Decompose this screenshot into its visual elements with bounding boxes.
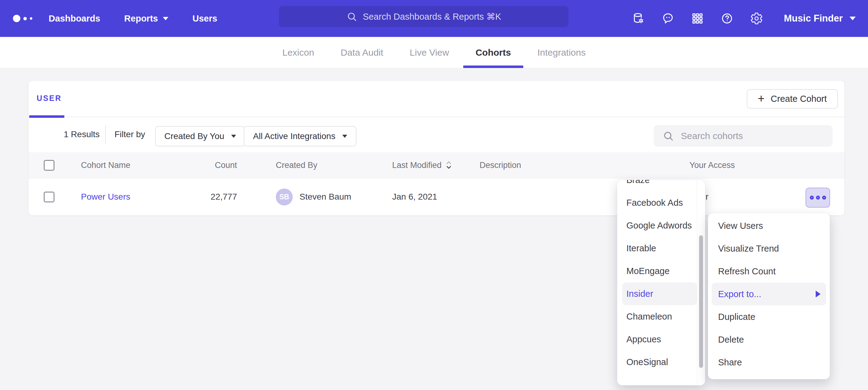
row-checkbox[interactable] xyxy=(44,192,55,202)
project-switcher[interactable]: Music Finder xyxy=(784,13,856,24)
plus-icon: + xyxy=(758,93,765,104)
menu-item-visualize-trend[interactable]: Visualize Trend xyxy=(708,237,830,260)
nav-item-label: Reports xyxy=(124,13,158,24)
dropdown-value: Created By You xyxy=(164,131,224,141)
last-modified-cell: Jan 6, 2021 xyxy=(392,178,485,215)
cohort-search-box xyxy=(654,125,833,147)
nav-item-label: Users xyxy=(192,13,217,24)
tab-integrations[interactable]: Integrations xyxy=(525,37,598,68)
table-row: Power Users 22,777 SB Steven Baum Jan 6,… xyxy=(29,178,844,215)
menu-item-delete[interactable]: Delete xyxy=(708,328,830,351)
logo-dot-large xyxy=(13,15,20,22)
cohorts-panel: USER + Create Cohort 1 Results Filter by… xyxy=(29,81,844,215)
more-dot-icon xyxy=(816,196,820,200)
submenu-arrow-icon xyxy=(816,291,820,297)
nav-item-reports[interactable]: Reports xyxy=(124,13,169,24)
cohort-name-link[interactable]: Power Users xyxy=(81,192,130,202)
menu-item-onesignal[interactable]: OneSignal xyxy=(617,351,693,373)
header-label: Last Modified xyxy=(392,161,442,170)
tab-label: Cohorts xyxy=(475,47,511,58)
top-nav-right: Music Finder xyxy=(632,0,856,37)
global-search-placeholder: Search Dashboards & Reports ⌘K xyxy=(363,11,501,22)
tab-lexicon[interactable]: Lexicon xyxy=(270,37,326,68)
avatar: SB xyxy=(276,189,293,205)
chevron-down-icon xyxy=(163,17,168,20)
results-count: 1 Results xyxy=(64,129,100,139)
menu-item-iterable[interactable]: Iterable xyxy=(617,237,693,260)
nav-item-dashboards[interactable]: Dashboards xyxy=(49,13,100,24)
tab-label: USER xyxy=(37,94,62,103)
select-all-checkbox[interactable] xyxy=(44,160,55,171)
more-dot-icon xyxy=(810,196,814,200)
export-destination-menu: Braze Facebook Ads Google Adwords Iterab… xyxy=(617,180,705,385)
filter-by-label: Filter by xyxy=(115,129,145,139)
tab-data-audit[interactable]: Data Audit xyxy=(329,37,396,68)
created-by-filter-dropdown[interactable]: Created By You xyxy=(155,126,245,147)
export-destination-list: Braze Facebook Ads Google Adwords Iterab… xyxy=(617,180,705,373)
active-tab-underline xyxy=(463,66,523,68)
logo-dot-small xyxy=(30,17,32,20)
tab-label: Live View xyxy=(410,47,449,58)
tab-label: Data Audit xyxy=(341,47,383,58)
menu-item-google-adwords[interactable]: Google Adwords xyxy=(617,214,693,237)
chevron-down-icon xyxy=(342,135,347,138)
cohort-search-input[interactable] xyxy=(681,131,824,141)
menu-item-duplicate[interactable]: Duplicate xyxy=(708,305,830,328)
cohort-count: 22,777 xyxy=(176,178,237,215)
apps-grid-icon[interactable] xyxy=(691,12,704,25)
menu-item-export-to[interactable]: Export to... xyxy=(712,283,826,305)
table-header: Cohort Name Count Created By Last Modifi… xyxy=(29,152,844,178)
scrollbar-thumb[interactable] xyxy=(699,235,703,368)
menu-item-facebook-ads[interactable]: Facebook Ads xyxy=(617,191,693,214)
help-icon[interactable] xyxy=(720,12,734,25)
search-icon xyxy=(662,130,674,142)
chevron-down-icon xyxy=(231,135,236,138)
header-created-by: Created By xyxy=(276,152,393,178)
mixpanel-logo[interactable] xyxy=(13,15,37,22)
tab-live-view[interactable]: Live View xyxy=(397,37,461,68)
create-cohort-label: Create Cohort xyxy=(771,94,827,104)
menu-item-moengage[interactable]: MoEngage xyxy=(617,260,693,282)
settings-gear-icon[interactable] xyxy=(750,12,763,25)
sort-icon xyxy=(445,161,452,170)
global-search-button[interactable]: Search Dashboards & Reports ⌘K xyxy=(279,6,568,27)
header-last-modified: Last Modified xyxy=(392,152,485,178)
header-your-access: Your Access xyxy=(689,152,788,178)
integrations-filter-dropdown[interactable]: All Active Integrations xyxy=(244,126,356,147)
tab-label: Integrations xyxy=(537,47,586,58)
header-count: Count xyxy=(176,152,237,178)
feedback-icon[interactable] xyxy=(661,12,674,25)
menu-item-insider[interactable]: Insider xyxy=(622,282,697,305)
dropdown-value: All Active Integrations xyxy=(253,131,336,141)
header-cohort-name: Cohort Name xyxy=(81,152,186,178)
tab-cohorts[interactable]: Cohorts xyxy=(463,37,523,68)
sort-last-modified-button[interactable]: Last Modified xyxy=(392,161,452,170)
more-dot-icon xyxy=(822,196,826,200)
create-cohort-button[interactable]: + Create Cohort xyxy=(747,89,838,108)
menu-item-refresh-count[interactable]: Refresh Count xyxy=(708,260,830,283)
project-name: Music Finder xyxy=(784,13,843,24)
header-description: Description xyxy=(479,152,671,178)
menu-item-label: Export to... xyxy=(718,289,761,299)
cohort-type-tabs: USER + Create Cohort xyxy=(29,81,844,117)
top-nav: Dashboards Reports Users Search Dashboar… xyxy=(0,0,868,37)
menu-item-braze[interactable]: Braze xyxy=(617,180,693,191)
menu-item-chameleon[interactable]: Chameleon xyxy=(617,305,693,328)
menu-item-view-users[interactable]: View Users xyxy=(708,215,830,237)
data-settings-icon[interactable] xyxy=(632,12,645,25)
filter-toolbar: 1 Results Filter by Created By You All A… xyxy=(29,117,844,152)
logo-dot-medium xyxy=(23,17,27,20)
tab-user-cohorts[interactable]: USER xyxy=(29,81,64,117)
secondary-nav: Lexicon Data Audit Live View Cohorts Int… xyxy=(0,37,868,68)
menu-item-appcues[interactable]: Appcues xyxy=(617,328,693,351)
created-by-name: Steven Baum xyxy=(300,192,351,202)
created-by-cell: SB Steven Baum xyxy=(276,178,393,215)
nav-item-users[interactable]: Users xyxy=(192,13,217,24)
row-actions-button[interactable] xyxy=(806,188,830,207)
row-context-menu: View Users Visualize Trend Refresh Count… xyxy=(708,213,830,379)
tab-label: Lexicon xyxy=(282,47,314,58)
nav-item-label: Dashboards xyxy=(49,13,100,24)
scrollbar-track xyxy=(697,180,697,385)
menu-item-share[interactable]: Share xyxy=(708,351,830,374)
divider xyxy=(105,125,106,144)
